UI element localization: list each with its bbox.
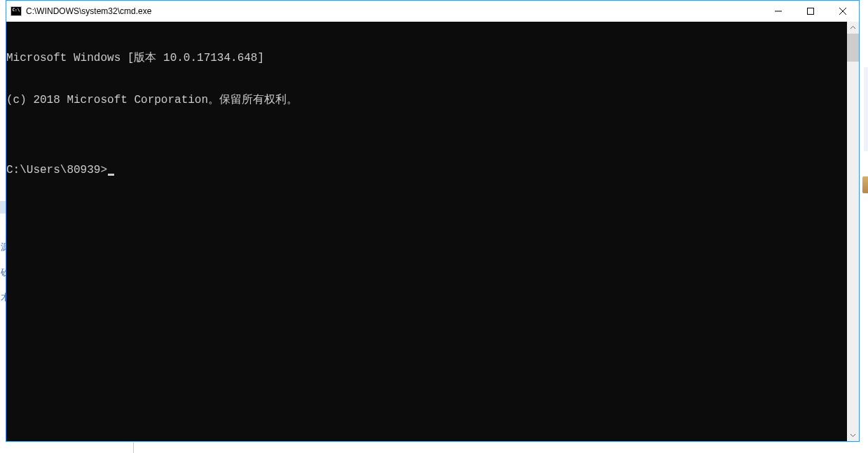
window-title: C:\WINDOWS\system32\cmd.exe	[26, 6, 151, 16]
cmd-window: C:\ C:\WINDOWS\system32\cmd.exe Microsof…	[6, 0, 860, 442]
client-area: Microsoft Windows [版本 10.0.17134.648] (c…	[6, 22, 859, 441]
vertical-scrollbar[interactable]	[847, 22, 859, 441]
background-panel-edge	[864, 67, 868, 151]
scroll-thumb[interactable]	[847, 34, 859, 62]
window-controls	[762, 1, 859, 22]
cmd-icon: C:\	[11, 6, 22, 17]
svg-line-5	[839, 8, 846, 15]
titlebar[interactable]: C:\ C:\WINDOWS\system32\cmd.exe	[6, 1, 859, 22]
minimize-button[interactable]	[762, 1, 794, 22]
background-icon-fragment	[862, 176, 868, 193]
terminal-prompt: C:\Users\80939>	[6, 163, 107, 177]
terminal-output[interactable]: Microsoft Windows [版本 10.0.17134.648] (c…	[6, 22, 847, 441]
background-divider	[133, 442, 134, 453]
maximize-button[interactable]	[794, 1, 827, 22]
terminal-line: (c) 2018 Microsoft Corporation。保留所有权利。	[6, 93, 847, 107]
svg-line-6	[839, 8, 846, 15]
scroll-up-button[interactable]	[847, 22, 859, 34]
svg-rect-4	[808, 8, 814, 15]
terminal-cursor	[108, 174, 114, 176]
scroll-down-button[interactable]	[847, 429, 859, 441]
terminal-line: Microsoft Windows [版本 10.0.17134.648]	[6, 51, 847, 65]
svg-text:C:\: C:\	[13, 7, 20, 12]
terminal-prompt-line: C:\Users\80939>	[6, 163, 847, 177]
close-button[interactable]	[827, 1, 859, 22]
scroll-track[interactable]	[847, 34, 859, 429]
